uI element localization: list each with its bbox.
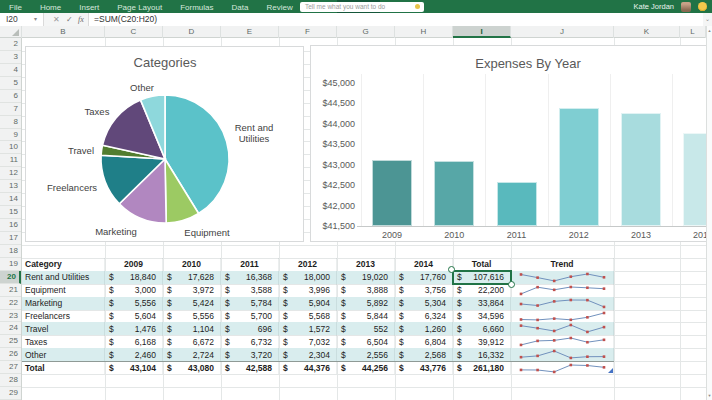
user-avatar[interactable] [681, 2, 691, 12]
table-header-trend[interactable]: Trend [511, 258, 614, 271]
pie-chart[interactable]: Categories Rent andUtilitiesEquipmentMar… [25, 46, 304, 242]
cell-F25[interactable]: $7,032 [279, 335, 337, 348]
row-header-11[interactable]: 11 [0, 154, 21, 167]
cell-E24[interactable]: $696 [221, 322, 279, 335]
cell-F20[interactable]: $18,000 [279, 271, 337, 284]
row-header-27[interactable]: 27 [0, 361, 21, 374]
column-header-G[interactable]: G [337, 26, 395, 38]
column-header-J[interactable]: J [511, 26, 614, 38]
row-header-17[interactable]: 17 [0, 232, 21, 245]
row-header-16[interactable]: 16 [0, 219, 21, 232]
tab-insert[interactable]: Insert [70, 0, 108, 13]
tab-formulas[interactable]: Formulas [171, 0, 222, 13]
cell-E23[interactable]: $5,700 [221, 310, 279, 323]
cell-E22[interactable]: $5,784 [221, 297, 279, 310]
cell-B27[interactable]: Total [22, 362, 105, 374]
row-header-20[interactable]: 20 [0, 271, 21, 284]
name-box[interactable]: I20 ▾ [0, 13, 44, 26]
cell-F27[interactable]: $44,376 [279, 362, 337, 374]
feedback-smiley-icon[interactable] [698, 2, 707, 11]
cell-D26[interactable]: $2,724 [163, 348, 221, 361]
cell-D24[interactable]: $1,104 [163, 322, 221, 335]
row-header-2[interactable]: 2 [0, 38, 21, 51]
cell-J21[interactable] [511, 284, 614, 297]
row-header-23[interactable]: 23 [0, 310, 21, 323]
scroll-down-icon[interactable]: ▼ [707, 393, 712, 398]
cell-I22[interactable]: $33,864 [453, 297, 511, 310]
row-header-25[interactable]: 25 [0, 335, 21, 348]
row-header-26[interactable]: 26 [0, 348, 21, 361]
cell-J27[interactable] [511, 362, 614, 374]
cell-E27[interactable]: $42,588 [221, 362, 279, 374]
cell-I23[interactable]: $34,596 [453, 310, 511, 323]
cell-J22[interactable] [511, 297, 614, 310]
cell-C20[interactable]: $18,840 [105, 271, 163, 284]
row-header-5[interactable]: 5 [0, 77, 21, 90]
cell-I27[interactable]: $261,180 [453, 362, 511, 374]
cell-J24[interactable] [511, 322, 614, 335]
cell-G22[interactable]: $5,892 [337, 297, 395, 310]
cell-G23[interactable]: $5,844 [337, 310, 395, 323]
cell-H23[interactable]: $6,324 [395, 310, 453, 323]
row-header-22[interactable]: 22 [0, 297, 21, 310]
cell-I25[interactable]: $39,912 [453, 335, 511, 348]
cell-F21[interactable]: $3,996 [279, 284, 337, 297]
cell-E20[interactable]: $16,368 [221, 271, 279, 284]
table-header-2011[interactable]: 2011 [221, 258, 279, 271]
cell-C24[interactable]: $1,476 [105, 322, 163, 335]
column-header-H[interactable]: H [395, 26, 453, 38]
cell-D20[interactable]: $17,628 [163, 271, 221, 284]
row-header-6[interactable]: 6 [0, 90, 21, 103]
row-header-10[interactable]: 10 [0, 141, 21, 154]
row-header-7[interactable]: 7 [0, 103, 21, 116]
row-header-29[interactable]: 29 [0, 387, 21, 400]
column-header-C[interactable]: C [105, 26, 163, 38]
cell-D21[interactable]: $3,972 [163, 284, 221, 297]
cell-B25[interactable]: Taxes [22, 335, 105, 348]
table-header-2014[interactable]: 2014 [395, 258, 453, 271]
row-header-9[interactable]: 9 [0, 129, 21, 142]
cell-C21[interactable]: $3,000 [105, 284, 163, 297]
bar-chart[interactable]: Expenses By Year $45,000$44,500$44,000$4… [310, 45, 712, 242]
cell-D27[interactable]: $43,080 [163, 362, 221, 374]
table-header-2012[interactable]: 2012 [279, 258, 337, 271]
selection-I20[interactable] [452, 270, 512, 285]
cell-E21[interactable]: $3,588 [221, 284, 279, 297]
cell-E25[interactable]: $6,732 [221, 335, 279, 348]
tab-file[interactable]: File [0, 0, 31, 13]
cell-I24[interactable]: $6,660 [453, 322, 511, 335]
row-header-15[interactable]: 15 [0, 206, 21, 219]
cell-G20[interactable]: $19,020 [337, 271, 395, 284]
expand-formula-bar-icon[interactable]: ⌄ [705, 13, 710, 26]
row-header-4[interactable]: 4 [0, 64, 21, 77]
cell-I21[interactable]: $22,200 [453, 284, 511, 297]
tab-data[interactable]: Data [223, 0, 258, 13]
enter-icon[interactable]: ✓ [66, 13, 73, 26]
cell-H26[interactable]: $2,568 [395, 348, 453, 361]
cell-B22[interactable]: Marketing [22, 297, 105, 310]
insert-function-icon[interactable]: fx [78, 13, 84, 26]
row-header-3[interactable]: 3 [0, 51, 21, 64]
selection-handle-top-left[interactable] [448, 266, 455, 273]
row-header-21[interactable]: 21 [0, 284, 21, 297]
vertical-scrollbar[interactable]: ▲ ▼ [706, 26, 712, 400]
row-header-14[interactable]: 14 [0, 193, 21, 206]
column-header-E[interactable]: E [221, 26, 279, 38]
column-header-F[interactable]: F [279, 26, 337, 38]
cell-B21[interactable]: Equipment [22, 284, 105, 297]
cell-C25[interactable]: $6,168 [105, 335, 163, 348]
table-header-2010[interactable]: 2010 [163, 258, 221, 271]
cancel-icon[interactable]: ✕ [53, 13, 60, 26]
cell-B24[interactable]: Travel [22, 322, 105, 335]
column-header-I[interactable]: I [453, 26, 511, 38]
cell-G25[interactable]: $6,504 [337, 335, 395, 348]
row-header-28[interactable]: 28 [0, 374, 21, 387]
cell-H22[interactable]: $5,304 [395, 297, 453, 310]
tell-me-search[interactable]: Tell me what you want to do [300, 2, 424, 12]
table-header-category[interactable]: Category [22, 258, 105, 271]
row-header-8[interactable]: 8 [0, 116, 21, 129]
cell-H27[interactable]: $43,776 [395, 362, 453, 374]
tab-home[interactable]: Home [31, 0, 70, 13]
cell-J20[interactable] [511, 271, 614, 284]
cell-F24[interactable]: $1,572 [279, 322, 337, 335]
